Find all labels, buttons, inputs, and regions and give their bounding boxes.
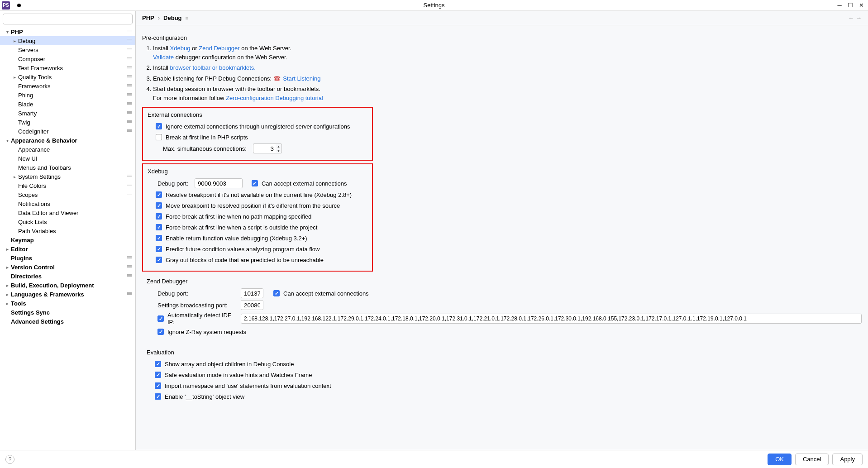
zend-bcast-input[interactable]: [241, 300, 263, 310]
tree-item-label: Blade: [18, 101, 127, 108]
ip-list-input[interactable]: [241, 314, 862, 324]
chevron-right-icon: ▸: [5, 283, 10, 288]
external-connections-group: External connections Ignore external con…: [142, 107, 373, 161]
resolve-breakpoint-checkbox[interactable]: [156, 191, 162, 198]
settings-marker-icon: [127, 66, 132, 70]
auto-detect-ip-checkbox[interactable]: [157, 315, 164, 322]
xdebug-accept-label: Can accept external connections: [262, 180, 347, 187]
tostring-label: Enable '__toString' object view: [165, 393, 244, 400]
chevron-right-icon: ▸: [5, 292, 10, 297]
tree-item-tools[interactable]: ▸Tools: [0, 299, 135, 308]
validate-link[interactable]: Validate: [153, 54, 174, 61]
gray-out-checkbox[interactable]: [156, 257, 162, 263]
close-button[interactable]: ✕: [856, 1, 866, 10]
tree-item-system-settings[interactable]: ▸System Settings: [0, 172, 135, 181]
settings-marker-icon: [127, 184, 132, 187]
predict-future-checkbox[interactable]: [156, 246, 162, 252]
tree-item-plugins[interactable]: ▸Plugins: [0, 253, 135, 263]
help-button[interactable]: ?: [5, 455, 14, 464]
tree-item-php[interactable]: ▾PHP: [0, 27, 135, 36]
tree-item-smarty[interactable]: ▸Smarty: [0, 109, 135, 118]
max-connections-stepper[interactable]: ▲▼: [276, 143, 282, 153]
tree-item-label: Appearance & Behavior: [11, 137, 132, 144]
tree-item-test-frameworks[interactable]: ▸Test Frameworks: [0, 63, 135, 72]
maximize-button[interactable]: ☐: [845, 1, 855, 10]
tree-item-codeigniter[interactable]: ▸CodeIgniter: [0, 127, 135, 136]
tree-item-build-execution-deployment[interactable]: ▸Build, Execution, Deployment: [0, 281, 135, 290]
tree-item-menus-and-toolbars[interactable]: ▸Menus and Toolbars: [0, 163, 135, 172]
zend-bcast-label: Settings broadcasting port:: [157, 302, 234, 309]
apply-button[interactable]: Apply: [832, 454, 863, 465]
tree-item-languages-frameworks[interactable]: ▸Languages & Frameworks: [0, 290, 135, 299]
tree-item-blade[interactable]: ▸Blade: [0, 100, 135, 109]
tree-item-label: Smarty: [18, 110, 127, 117]
tree-item-quick-lists[interactable]: ▸Quick Lists: [0, 217, 135, 226]
tree-item-label: Version Control: [11, 264, 127, 271]
tree-item-version-control[interactable]: ▸Version Control: [0, 263, 135, 272]
tree-item-label: CodeIgniter: [18, 128, 127, 135]
tostring-checkbox[interactable]: [155, 393, 161, 400]
tree-item-label: Data Editor and Viewer: [18, 210, 132, 216]
toolbar-link[interactable]: browser toolbar or bookmarklets.: [170, 64, 256, 71]
tree-item-label: Keymap: [11, 237, 132, 244]
settings-marker-icon: [127, 274, 132, 278]
tree-item-path-variables[interactable]: ▸Path Variables: [0, 226, 135, 235]
zend-debugger-link[interactable]: Zend Debugger: [199, 45, 239, 52]
return-value-debug-checkbox[interactable]: [156, 235, 162, 241]
break-first-line-checkbox[interactable]: [156, 134, 162, 140]
minimize-button[interactable]: ─: [835, 1, 844, 10]
tree-item-scopes[interactable]: ▸Scopes: [0, 190, 135, 199]
tree-item-advanced-settings[interactable]: ▸Advanced Settings: [0, 317, 135, 326]
xdebug-accept-checkbox[interactable]: [252, 180, 258, 186]
settings-marker-icon: [127, 292, 132, 296]
tree-item-phing[interactable]: ▸Phing: [0, 91, 135, 100]
tree-item-label: Debug: [18, 38, 127, 44]
ignore-external-checkbox[interactable]: [156, 123, 162, 129]
tree-item-appearance-behavior[interactable]: ▾Appearance & Behavior: [0, 136, 135, 145]
import-namespace-checkbox[interactable]: [155, 382, 161, 389]
tree-item-notifications[interactable]: ▸Notifications: [0, 199, 135, 208]
tree-item-composer[interactable]: ▸Composer: [0, 54, 135, 63]
back-button[interactable]: ←: [848, 14, 854, 21]
tree-item-frameworks[interactable]: ▸Frameworks: [0, 81, 135, 91]
move-breakpoint-checkbox[interactable]: [156, 202, 162, 209]
ok-button[interactable]: OK: [768, 454, 792, 465]
tree-item-label: Tools: [11, 300, 132, 307]
forward-button[interactable]: →: [856, 14, 862, 21]
evaluation-group: Evaluation Show array and object childre…: [142, 345, 862, 407]
tree-item-keymap[interactable]: ▸Keymap: [0, 235, 135, 244]
force-break-outside-checkbox[interactable]: [156, 224, 162, 230]
settings-marker-icon: [127, 48, 132, 52]
tree-item-twig[interactable]: ▸Twig: [0, 118, 135, 127]
tree-item-new-ui[interactable]: ▸New UI: [0, 154, 135, 163]
cancel-button[interactable]: Cancel: [795, 454, 829, 465]
preconf-step-4: Start debug session in browser with the …: [153, 85, 862, 102]
tree-item-debug[interactable]: ▸Debug: [0, 36, 135, 45]
tree-item-servers[interactable]: ▸Servers: [0, 45, 135, 54]
tree-item-data-editor-and-viewer[interactable]: ▸Data Editor and Viewer: [0, 208, 135, 217]
tree-item-directories[interactable]: ▸Directories: [0, 272, 135, 281]
tutorial-link[interactable]: Zero-configuration Debugging tutorial: [226, 95, 323, 101]
show-array-checkbox[interactable]: [155, 361, 161, 367]
max-connections-input[interactable]: [253, 143, 276, 153]
force-break-nomapping-checkbox[interactable]: [156, 213, 162, 220]
tree-item-quality-tools[interactable]: ▸Quality Tools: [0, 72, 135, 81]
settings-marker-icon: [127, 102, 132, 106]
zend-port-input[interactable]: [241, 288, 263, 298]
start-listening-link[interactable]: Start Listening: [283, 75, 320, 82]
ignore-zray-checkbox[interactable]: [157, 329, 164, 335]
breadcrumb-php[interactable]: PHP: [142, 14, 154, 21]
xdebug-link[interactable]: Xdebug: [170, 45, 191, 52]
xdebug-port-input[interactable]: [195, 178, 243, 188]
safe-eval-checkbox[interactable]: [155, 372, 161, 378]
app-icon: PS: [2, 1, 10, 10]
resolve-breakpoint-label: Resolve breakpoint if it's not available…: [166, 191, 352, 198]
search-input[interactable]: [3, 14, 133, 24]
tree-item-editor[interactable]: ▸Editor: [0, 244, 135, 253]
zend-title: Zend Debugger: [147, 278, 862, 285]
tree-item-label: Path Variables: [18, 228, 132, 234]
zend-accept-checkbox[interactable]: [273, 290, 280, 296]
tree-item-settings-sync[interactable]: ▸Settings Sync: [0, 308, 135, 317]
tree-item-appearance[interactable]: ▸Appearance: [0, 145, 135, 154]
tree-item-file-colors[interactable]: ▸File Colors: [0, 181, 135, 190]
